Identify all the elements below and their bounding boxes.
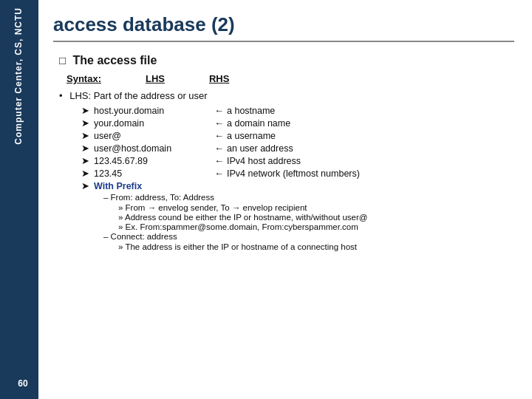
arrow-right-icon-5: ➤	[81, 168, 89, 179]
sub-connect-dash: – Connect: address	[103, 232, 514, 241]
arrow-rhs-1: ← a domain name	[214, 117, 290, 129]
arrow-lhs-5: ➤ 123.45	[81, 168, 214, 179]
arrow-right-icon-0: ➤	[81, 105, 89, 116]
arrow-rhs-4: ← IPv4 host address	[214, 155, 301, 166]
lhs-bullet: • LHS: Part of the address or user	[59, 90, 514, 101]
main-content: access database (2) □ The access file Sy…	[38, 0, 532, 399]
page-title: access database (2)	[53, 13, 514, 42]
arrow-lhs-2: ➤ user@	[81, 130, 214, 141]
sidebar-title: Computer Center, CS, NCTU	[13, 7, 25, 145]
arrow-right-icon-4: ➤	[81, 155, 89, 166]
arrow-lhs-1: ➤ your.domain	[81, 117, 214, 129]
from-sub-items: » From → envelog sender, To → envelop re…	[118, 203, 514, 231]
sidebar: Computer Center, CS, NCTU	[0, 0, 38, 399]
arrow-right-icon-2: ➤	[81, 130, 89, 141]
arrow-item-1: ➤ your.domain ← a domain name	[81, 117, 514, 129]
sub-from-dash: – From: address, To: Address	[103, 193, 514, 202]
arrow-item-4: ➤ 123.45.67.89 ← IPv4 host address	[81, 155, 514, 166]
connect-sub-items: » The address is either the IP or hostna…	[118, 242, 514, 251]
arrow-lhs-0: ➤ host.your.domain	[81, 105, 214, 116]
syntax-lhs: LHS	[146, 73, 165, 84]
from-sub-item-1: » Address cound be either the IP or host…	[118, 213, 514, 222]
from-sub-item-0: » From → envelog sender, To → envelop re…	[118, 203, 514, 212]
arrow-lhs-3: ➤ user@host.domain	[81, 143, 214, 154]
syntax-line: Syntax: LHS RHS	[66, 73, 514, 84]
arrow-item-with-prefix: ➤ With Prefix	[81, 180, 514, 191]
syntax-label: Syntax:	[66, 73, 101, 84]
connect-sub-item-0: » The address is either the IP or hostna…	[118, 242, 514, 251]
arrow-items-list: ➤ host.your.domain ← a hostname ➤ your.d…	[81, 105, 514, 191]
arrow-right-icon-prefix: ➤	[81, 180, 89, 191]
arrow-rhs-0: ← a hostname	[214, 105, 275, 116]
with-prefix-sub-items: – From: address, To: Address » From → en…	[103, 193, 514, 251]
arrow-rhs-3: ← an user address	[214, 143, 293, 154]
section-heading: □ The access file	[59, 54, 514, 67]
bullet-icon: •	[59, 90, 63, 101]
arrow-item-2: ➤ user@ ← a username	[81, 130, 514, 141]
access-file-section: □ The access file Syntax: LHS RHS • LHS:…	[59, 50, 514, 252]
from-sub-item-2: » Ex. From:spammer@some.domain, From:cyb…	[118, 222, 514, 231]
arrow-right-icon-1: ➤	[81, 117, 89, 129]
page-number: 60	[13, 374, 33, 393]
arrow-item-5: ➤ 123.45 ← IPv4 network (leftmost number…	[81, 168, 514, 179]
square-icon: □	[59, 54, 66, 66]
arrow-item-3: ➤ user@host.domain ← an user address	[81, 143, 514, 154]
syntax-rhs: RHS	[209, 73, 229, 84]
arrow-lhs-with-prefix: ➤ With Prefix	[81, 180, 214, 191]
arrow-rhs-2: ← a username	[214, 130, 276, 141]
arrow-item-0: ➤ host.your.domain ← a hostname	[81, 105, 514, 116]
arrow-right-icon-3: ➤	[81, 143, 89, 154]
arrow-lhs-4: ➤ 123.45.67.89	[81, 155, 214, 166]
arrow-rhs-5: ← IPv4 network (leftmost numbers)	[214, 168, 360, 179]
